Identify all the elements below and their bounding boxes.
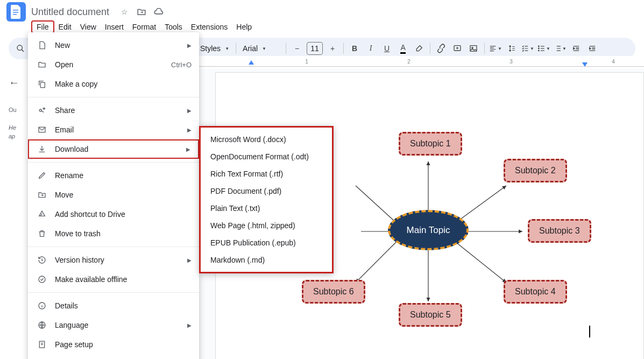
right-indent-marker[interactable]: [582, 62, 588, 67]
text-color-button[interactable]: A: [395, 41, 411, 56]
svg-line-15: [356, 240, 399, 283]
increase-font-button[interactable]: +: [325, 41, 340, 56]
divider: [28, 97, 199, 97]
download-html[interactable]: Web Page (.html, zipped): [201, 217, 332, 234]
mindmap-node-1[interactable]: Subtopic 1: [399, 132, 462, 156]
styles-select[interactable]: Styles▼: [197, 41, 232, 56]
label: Add shortcut to Drive: [55, 210, 125, 219]
mindmap-node-2[interactable]: Subtopic 2: [504, 159, 567, 182]
history-icon: [37, 255, 47, 265]
globe-icon: [37, 320, 47, 330]
label: Make a copy: [55, 80, 97, 88]
file-details[interactable]: Details: [28, 296, 199, 315]
bulleted-list-button[interactable]: ▼: [536, 41, 551, 56]
mindmap-node-6[interactable]: Subtopic 6: [302, 280, 365, 304]
insert-link-button[interactable]: [434, 41, 449, 56]
font-select[interactable]: Arial▼: [239, 41, 282, 56]
menu-extensions[interactable]: Extensions: [187, 20, 232, 33]
first-line-indent-marker[interactable]: [249, 60, 254, 65]
menu-help[interactable]: Help: [232, 20, 256, 33]
download-odt[interactable]: OpenDocument Format (.odt): [201, 148, 332, 165]
chevron-down-icon: ▼: [562, 46, 567, 51]
insert-image-button[interactable]: [466, 41, 481, 56]
ruler-tick: 2: [407, 59, 411, 65]
checklist-button[interactable]: ▼: [520, 41, 535, 56]
move-folder-icon[interactable]: [136, 6, 147, 17]
submenu-arrow-icon: ▶: [186, 146, 190, 152]
underline-button[interactable]: U: [379, 41, 394, 56]
submenu-arrow-icon: ▶: [187, 43, 192, 48]
download-rtf[interactable]: Rich Text Format (.rtf): [201, 165, 332, 182]
folder-icon: [37, 59, 47, 70]
bold-button[interactable]: B: [347, 41, 362, 56]
line-spacing-button[interactable]: [504, 41, 519, 56]
download-submenu: Microsoft Word (.docx) OpenDocument Form…: [199, 126, 334, 273]
file-share[interactable]: Share ▶: [28, 101, 199, 120]
mindmap-node-5[interactable]: Subtopic 5: [399, 303, 462, 327]
file-menu: New ▶ Open Ctrl+O Make a copy Share ▶ Em…: [28, 32, 199, 359]
search-icon[interactable]: [13, 41, 28, 56]
download-txt[interactable]: Plain Text (.txt): [201, 200, 332, 217]
highlight-button[interactable]: [412, 41, 427, 56]
mindmap-node-4[interactable]: Subtopic 4: [504, 280, 567, 304]
mindmap-center[interactable]: Main Topic: [388, 210, 469, 250]
copy-icon: [37, 79, 47, 89]
download-md[interactable]: Markdown (.md): [201, 251, 332, 269]
download-epub[interactable]: EPUB Publication (.epub): [201, 234, 332, 251]
align-button[interactable]: ▼: [488, 41, 503, 56]
email-icon: [37, 124, 47, 135]
menu-edit[interactable]: Edit: [54, 20, 76, 33]
download-pdf[interactable]: PDF Document (.pdf): [201, 182, 332, 200]
file-page-setup[interactable]: Page setup: [28, 335, 199, 354]
file-download[interactable]: Download ▶: [29, 140, 198, 158]
svg-point-6: [472, 47, 473, 48]
font-size-input[interactable]: 11: [307, 42, 323, 55]
menu-tools[interactable]: Tools: [160, 20, 187, 33]
italic-button[interactable]: I: [363, 41, 378, 56]
file-add-shortcut[interactable]: Add shortcut to Drive: [28, 205, 199, 224]
file-new[interactable]: New ▶: [28, 36, 199, 55]
decrease-font-button[interactable]: −: [289, 41, 305, 56]
label: Version history: [55, 256, 104, 264]
file-email[interactable]: Email ▶: [28, 120, 199, 139]
file-print[interactable]: Print Ctrl+P: [28, 354, 199, 359]
label: Move to trash: [55, 229, 101, 238]
decrease-indent-button[interactable]: [569, 41, 584, 56]
back-arrow-icon[interactable]: ←: [9, 76, 28, 89]
menu-insert[interactable]: Insert: [101, 20, 128, 33]
numbered-list-button[interactable]: ▼: [553, 41, 568, 56]
label: Email: [55, 125, 74, 134]
menu-view[interactable]: View: [76, 20, 101, 33]
file-move-to-trash[interactable]: Move to trash: [28, 224, 199, 243]
file-make-available-offline[interactable]: Make available offline: [28, 270, 199, 289]
download-docx[interactable]: Microsoft Word (.docx): [201, 131, 332, 148]
submenu-arrow-icon: ▶: [187, 257, 192, 263]
svg-rect-2: [13, 14, 17, 15]
doc-title[interactable]: Untitled document: [31, 6, 109, 18]
cloud-icon[interactable]: [153, 6, 164, 17]
docs-logo[interactable]: [6, 2, 26, 22]
info-icon: [37, 300, 47, 311]
svg-point-7: [539, 46, 540, 47]
file-make-copy[interactable]: Make a copy: [28, 74, 199, 94]
ruler-tick: 3: [509, 59, 513, 65]
file-rename[interactable]: Rename: [28, 166, 199, 185]
increase-indent-button[interactable]: [585, 41, 600, 56]
label: New: [55, 41, 70, 50]
add-comment-button[interactable]: [450, 41, 465, 56]
chevron-down-icon: ▼: [225, 46, 229, 51]
file-version-history[interactable]: Version history ▶: [28, 250, 199, 270]
label: Make available offline: [55, 275, 127, 284]
page-setup-icon: [37, 339, 47, 350]
svg-point-8: [539, 48, 540, 49]
file-open[interactable]: Open Ctrl+O: [28, 55, 199, 74]
file-move[interactable]: Move: [28, 185, 199, 205]
font-size-stepper: − 11 +: [289, 41, 340, 56]
ruler: 1 2 3 4: [199, 56, 644, 69]
file-download-highlight: Download ▶: [28, 139, 199, 159]
file-language[interactable]: Language ▶: [28, 315, 199, 335]
star-icon[interactable]: ☆: [119, 6, 130, 17]
mindmap-node-3[interactable]: Subtopic 3: [528, 219, 591, 243]
menu-format[interactable]: Format: [128, 20, 160, 33]
menu-file[interactable]: File: [31, 20, 54, 33]
